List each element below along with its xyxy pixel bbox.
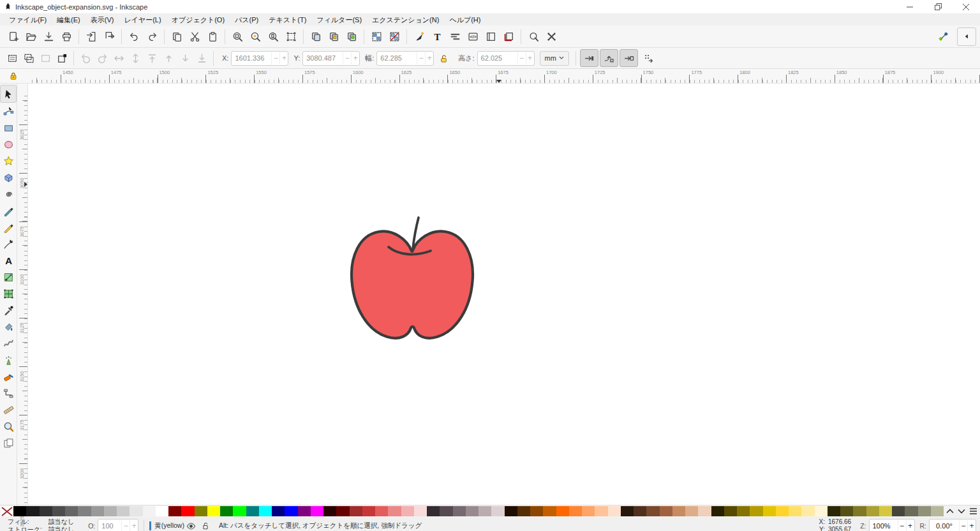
spray-tool-button[interactable] [1,352,16,368]
paint-bucket-tool-button[interactable] [1,318,16,335]
palette-swatch[interactable] [491,506,504,516]
zoom-to-drawing-button[interactable] [246,28,264,45]
palette-swatch[interactable] [104,506,117,516]
palette-swatch[interactable] [737,506,750,516]
open-document-button[interactable] [22,28,40,45]
deselect-button[interactable] [37,50,54,66]
palette-swatch[interactable] [646,506,659,516]
palette-swatch[interactable] [582,506,595,516]
palette-swatch[interactable] [776,506,789,516]
palette-swatch[interactable] [801,506,814,516]
palette-swatch[interactable] [608,506,621,516]
palette-swatch[interactable] [220,506,233,516]
palette-swatch[interactable] [336,506,349,516]
zoom-out-button[interactable]: − [898,520,906,531]
palette-scroll-up-button[interactable] [946,509,954,514]
ellipse-tool-button[interactable] [1,136,16,153]
palette-menu-button[interactable] [969,507,977,515]
layers-dialog-button[interactable] [500,28,517,45]
layer-name[interactable]: 黄(yellow) [154,521,184,530]
document-properties-button[interactable] [482,28,500,45]
height-increment-button[interactable]: + [526,52,534,64]
palette-swatch[interactable] [685,506,698,516]
palette-swatch[interactable] [78,506,91,516]
menu-item-4[interactable]: レイヤー(L) [119,15,166,25]
print-document-button[interactable] [57,28,75,45]
spiral-tool-button[interactable] [1,186,16,202]
zoom-to-page-button[interactable] [264,28,282,45]
height-field-value[interactable]: 62.025 [478,54,517,62]
measure-tool-button[interactable] [1,401,16,418]
x-increment-button[interactable]: + [279,52,288,64]
fill-stroke-indicator[interactable]: フィル: 該当なし ストローク: 該当なし [8,518,74,531]
snap-toggle-button[interactable] [934,28,952,45]
palette-swatch[interactable] [672,506,685,516]
import-image-button[interactable] [82,28,100,45]
width-decrement-button[interactable]: − [417,52,425,64]
raise-to-top-button[interactable] [144,50,160,66]
fill-stroke-dialog-button[interactable] [410,28,428,45]
palette-swatch[interactable] [918,506,931,516]
transform-gradient-toggle[interactable] [620,49,638,67]
palette-swatch[interactable] [543,506,556,516]
palette-swatch[interactable] [479,506,491,516]
lock-ratio-icon[interactable] [435,50,452,66]
canvas[interactable] [28,84,980,505]
zoom-field[interactable]: 100% −+ [869,519,915,531]
rectangle-tool-button[interactable] [1,119,16,136]
palette-swatch[interactable] [466,506,479,516]
opacity-increment-button[interactable]: + [130,520,138,531]
transform-stroke-toggle[interactable] [580,49,598,67]
palette-swatch[interactable] [285,506,297,516]
menu-item-3[interactable]: 表示(V) [85,15,119,25]
x-field[interactable]: 1601.336 −+ [231,51,288,66]
palette-swatch[interactable] [259,506,272,516]
palette-swatch[interactable] [40,506,52,516]
menu-item-2[interactable]: 編集(E) [52,15,85,25]
palette-swatch[interactable] [634,506,646,516]
new-document-button[interactable] [4,28,22,45]
unlink-clone-button[interactable] [343,28,360,45]
palette-swatch[interactable] [750,506,762,516]
menu-item-6[interactable]: パス(P) [230,15,264,25]
select-all-layers-button[interactable] [20,50,37,66]
menu-item-9[interactable]: エクステンション(N) [367,15,444,25]
restore-button[interactable] [924,0,952,13]
palette-swatch[interactable] [595,506,607,516]
lower-to-bottom-button[interactable] [193,50,210,66]
flip-horizontal-button[interactable] [110,50,127,66]
palette-swatch[interactable] [375,506,388,516]
snapbar-collapse-button[interactable] [957,27,976,46]
cut-button[interactable] [186,28,204,45]
horizontal-ruler[interactable]: 1450147515001525155015751600162516501675… [27,69,980,83]
palette-swatch[interactable] [905,506,917,516]
save-document-button[interactable] [40,28,57,45]
xml-editor-button[interactable]: </> [464,28,482,45]
export-image-button[interactable] [100,28,118,45]
palette-swatch[interactable] [168,506,181,516]
palette-swatch[interactable] [401,506,414,516]
connector-tool-button[interactable] [1,385,16,401]
guide-lock-icon[interactable] [9,71,18,80]
palette-swatch[interactable] [879,506,892,516]
palette-swatch[interactable] [789,506,801,516]
palette-scroll-down-button[interactable] [958,509,965,514]
width-field[interactable]: 62.285 −+ [376,51,434,66]
palette-swatch[interactable] [711,506,724,516]
palette-swatch[interactable] [91,506,104,516]
layer-visibility-icon[interactable] [184,519,198,531]
opacity-field[interactable]: 100 −+ [98,519,138,531]
vertical-ruler[interactable]: 302530503075310031253150317532003225 [17,84,28,505]
menu-item-10[interactable]: ヘルプ(H) [444,15,486,25]
palette-swatch[interactable] [233,506,246,516]
palette-swatch[interactable] [698,506,711,516]
rotate-ccw-button[interactable]: − [959,520,967,531]
palette-swatch[interactable] [453,506,466,516]
zoom-in-button[interactable]: + [906,520,914,531]
paste-button[interactable] [204,28,221,45]
palette-swatch[interactable] [207,506,220,516]
transform-pattern-toggle[interactable] [639,49,658,67]
copy-button[interactable] [168,28,186,45]
palette-swatch[interactable] [13,506,26,516]
align-dialog-button[interactable] [446,28,464,45]
